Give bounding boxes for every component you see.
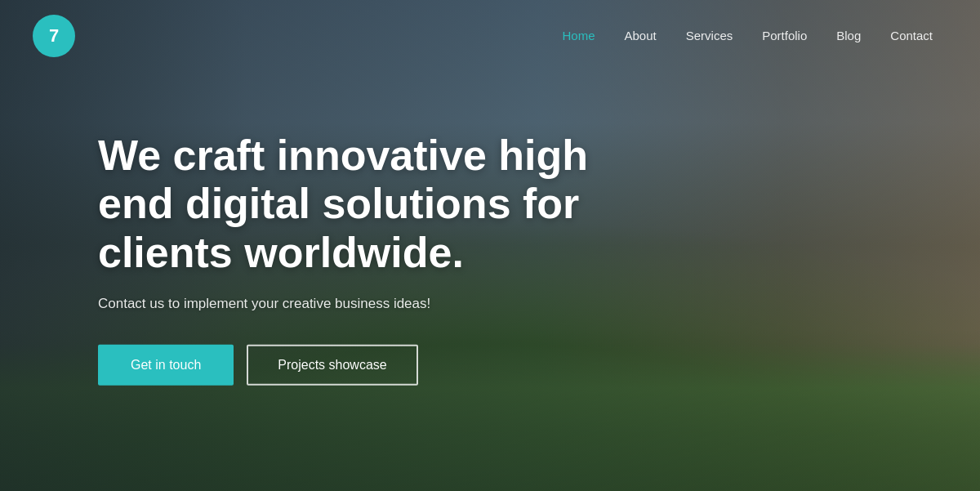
projects-showcase-button[interactable]: Projects showcase bbox=[247, 345, 417, 386]
nav-link-portfolio[interactable]: Portfolio bbox=[747, 22, 822, 49]
nav-link-home[interactable]: Home bbox=[547, 22, 609, 49]
nav-link-about[interactable]: About bbox=[610, 22, 671, 49]
logo[interactable]: 7 bbox=[33, 15, 75, 57]
nav-item-portfolio[interactable]: Portfolio bbox=[747, 29, 822, 43]
hero-subtitle: Contact us to implement your creative bu… bbox=[98, 296, 653, 312]
nav-item-blog[interactable]: Blog bbox=[822, 29, 875, 43]
nav-item-contact[interactable]: Contact bbox=[875, 29, 947, 43]
get-in-touch-button[interactable]: Get in touch bbox=[98, 345, 234, 386]
navbar: 7 Home About Services Portfolio Blog Con… bbox=[0, 0, 980, 72]
nav-item-services[interactable]: Services bbox=[671, 29, 748, 43]
hero-buttons: Get in touch Projects showcase bbox=[98, 345, 653, 386]
logo-text: 7 bbox=[49, 25, 59, 47]
nav-links: Home About Services Portfolio Blog Conta… bbox=[547, 29, 947, 43]
nav-item-home[interactable]: Home bbox=[547, 29, 609, 43]
hero-content: We craft innovative high end digital sol… bbox=[98, 131, 653, 385]
nav-link-blog[interactable]: Blog bbox=[822, 22, 875, 49]
nav-link-services[interactable]: Services bbox=[671, 22, 748, 49]
nav-item-about[interactable]: About bbox=[610, 29, 671, 43]
nav-link-contact[interactable]: Contact bbox=[875, 22, 947, 49]
hero-section: 7 Home About Services Portfolio Blog Con… bbox=[0, 0, 980, 491]
hero-title: We craft innovative high end digital sol… bbox=[98, 131, 653, 277]
